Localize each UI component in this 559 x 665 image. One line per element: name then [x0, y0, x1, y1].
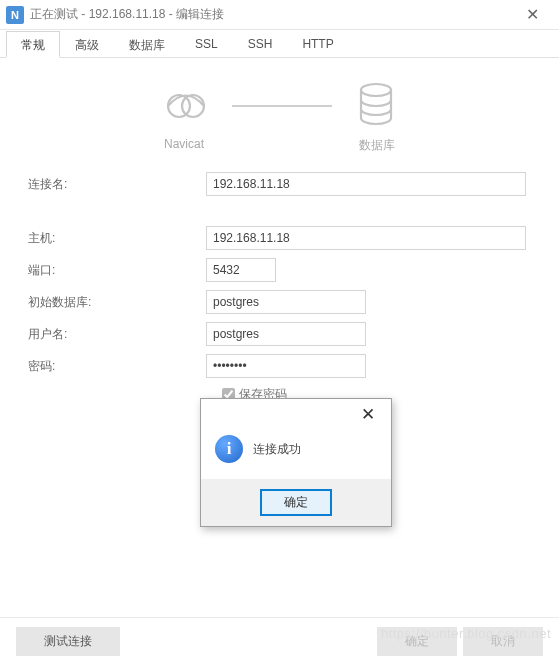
connection-line — [232, 105, 332, 107]
row-connection-name: 连接名: — [16, 172, 543, 196]
initial-db-field[interactable] — [206, 290, 366, 314]
message-box-text: 连接成功 — [253, 441, 301, 458]
window-title: 正在测试 - 192.168.11.18 - 编辑连接 — [30, 6, 224, 23]
message-box-head: ✕ — [201, 399, 391, 429]
connection-diagram — [0, 58, 559, 137]
label-user: 用户名: — [16, 326, 206, 343]
label-port: 端口: — [16, 262, 206, 279]
user-field[interactable] — [206, 322, 366, 346]
tabbar: 常规 高级 数据库 SSL SSH HTTP — [0, 30, 559, 58]
connection-name-field[interactable] — [206, 172, 526, 196]
message-box-foot: 确定 — [201, 479, 391, 526]
tab-general[interactable]: 常规 — [6, 31, 60, 58]
message-box-body: i 连接成功 — [201, 429, 391, 479]
diagram-labels: Navicat 数据库 — [0, 137, 559, 154]
info-icon: i — [215, 435, 243, 463]
navicat-icon — [164, 82, 208, 129]
row-initial-db: 初始数据库: — [16, 290, 543, 314]
tab-advanced[interactable]: 高级 — [60, 31, 114, 58]
tab-ssl[interactable]: SSL — [180, 31, 233, 58]
form: 连接名: 主机: 端口: 初始数据库: 用户名: 密码: 保存密码 — [0, 172, 559, 403]
diagram-right-label: 数据库 — [359, 137, 395, 154]
label-connection-name: 连接名: — [16, 176, 206, 193]
label-host: 主机: — [16, 230, 206, 247]
row-password: 密码: — [16, 354, 543, 378]
port-field[interactable] — [206, 258, 276, 282]
close-icon[interactable]: ✕ — [511, 0, 553, 30]
row-user: 用户名: — [16, 322, 543, 346]
row-host: 主机: — [16, 226, 543, 250]
cancel-button[interactable]: 取消 — [463, 627, 543, 656]
label-initial-db: 初始数据库: — [16, 294, 206, 311]
label-password: 密码: — [16, 358, 206, 375]
app-icon: N — [6, 6, 24, 24]
password-field[interactable] — [206, 354, 366, 378]
titlebar: N 正在测试 - 192.168.11.18 - 编辑连接 ✕ — [0, 0, 559, 30]
diagram-left-label: Navicat — [164, 137, 204, 154]
database-icon — [356, 82, 396, 129]
bottom-bar: 测试连接 确定 取消 — [0, 617, 559, 665]
tab-http[interactable]: HTTP — [287, 31, 348, 58]
tab-ssh[interactable]: SSH — [233, 31, 288, 58]
svg-point-2 — [361, 84, 391, 96]
test-connection-button[interactable]: 测试连接 — [16, 627, 120, 656]
ok-button[interactable]: 确定 — [377, 627, 457, 656]
message-box-ok-button[interactable]: 确定 — [260, 489, 332, 516]
host-field[interactable] — [206, 226, 526, 250]
message-box: ✕ i 连接成功 确定 — [200, 398, 392, 527]
tab-database[interactable]: 数据库 — [114, 31, 180, 58]
row-port: 端口: — [16, 258, 543, 282]
message-box-close-icon[interactable]: ✕ — [347, 401, 389, 427]
